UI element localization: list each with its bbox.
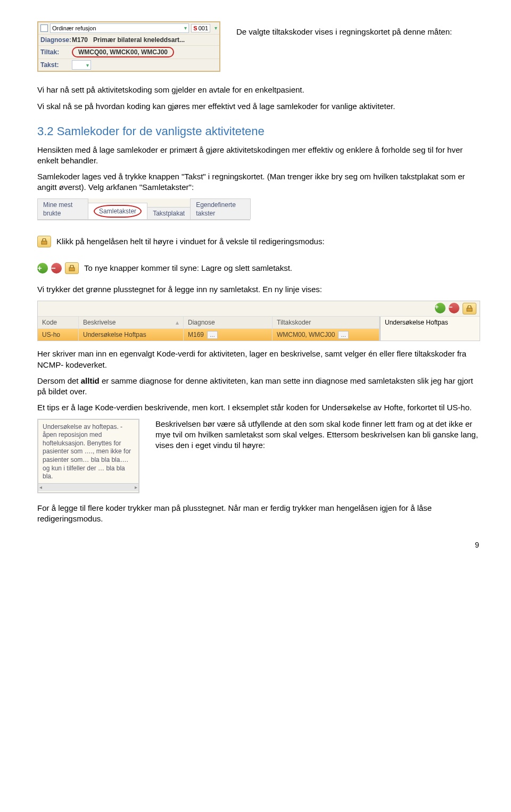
svg-rect-0 — [42, 241, 47, 244]
paragraph: Her skriver man inn en egenvalgt Kode-ve… — [37, 349, 479, 370]
paragraph: Dersom det alltid er samme diagnose for … — [37, 376, 479, 397]
table-header: Kode Beskrivelse ▴ Diagnose Tiltakskoder — [38, 317, 380, 329]
lock-icon[interactable] — [37, 236, 51, 247]
samletakst-table: + − Kode Beskrivelse ▴ Diagnose Tiltaksk… — [37, 301, 480, 342]
cell-kode: US-ho — [38, 329, 79, 341]
s-icon: S — [193, 24, 197, 32]
chevron-down-icon: ▾ — [86, 62, 89, 69]
takst-label: Takst: — [40, 61, 70, 69]
ellipsis-button[interactable]: … — [207, 331, 218, 339]
cell-beskrivelse: Undersøkelse Hoftpas — [79, 329, 184, 341]
tab-takstplakat[interactable]: Takstplakat — [147, 207, 191, 219]
delete-icon[interactable]: − — [449, 303, 459, 313]
scrollbar[interactable]: ◂▸ — [38, 483, 138, 491]
section-heading: 3.2 Samlekoder for de vanligste aktivite… — [37, 123, 479, 139]
refusjon-dropdown[interactable]: Ordinær refusjon ▾ — [50, 23, 189, 33]
tab-samletakster-highlight: Samletakster — [94, 205, 142, 218]
paragraph: Vi skal nå se på hvordan koding kan gjør… — [37, 101, 479, 112]
code-number: 001 — [199, 24, 208, 32]
takst-tabbar: Mine mest brukte Samletakster Takstplaka… — [37, 198, 250, 220]
add-icon[interactable]: + — [435, 303, 446, 313]
col-beskrivelse: Beskrivelse ▴ — [79, 317, 184, 328]
paragraph: Samlekoder lages ved å trykke knappen "T… — [37, 171, 479, 193]
delete-icon[interactable]: − — [51, 263, 62, 274]
tab-egendefinerte[interactable]: Egendefinerte takster — [190, 198, 251, 219]
diagnose-label: Diagnose: — [40, 36, 70, 44]
description-tooltip-box: Undersøkelse av hoftepas. - åpen reposis… — [37, 419, 139, 493]
side-panel-label: Undersøkelse Hoftpas — [380, 317, 480, 341]
lock-icon[interactable] — [65, 262, 79, 274]
chevron-down-icon[interactable]: ▾ — [215, 24, 217, 32]
tab-samletakster[interactable]: Samletakster — [88, 203, 147, 219]
tiltak-value-highlight: WMCQ00, WMCK00, WMCJ00 — [72, 47, 174, 57]
svg-rect-2 — [467, 308, 472, 311]
diagnose-text: Primær bilateral kneleddsart... — [93, 36, 185, 44]
paragraph: Beskrivelsen bør være så utfyllende at d… — [155, 419, 479, 451]
chevron-down-icon: ▾ — [184, 24, 187, 32]
cell-tiltakskoder: WMCM00, WMCJ00… — [273, 329, 380, 341]
takst-dropdown[interactable]: ▾ — [72, 60, 91, 70]
regningskort-panel: Ordinær refusjon ▾ S 001 ▾ Diagnose: M17… — [37, 21, 220, 72]
paragraph: Vi trykker det grønne plusstegnet for å … — [37, 284, 479, 295]
code-badge: S 001 — [191, 24, 210, 33]
col-kode: Kode — [38, 317, 79, 328]
refusjon-value: Ordinær refusjon — [52, 24, 96, 32]
svg-rect-1 — [69, 268, 75, 271]
cell-diagnose: M169… — [184, 329, 273, 341]
paragraph: De valgte tiltakskoder vises i regningsk… — [236, 27, 479, 37]
paragraph: To nye knapper kommer til syne: Lagre og… — [84, 263, 479, 274]
paragraph: For å legge til flere koder trykker man … — [37, 503, 479, 525]
ellipsis-button[interactable]: … — [338, 331, 349, 339]
paragraph: Klikk på hengelåsen helt til høyre i vin… — [56, 236, 479, 247]
description-text: Undersøkelse av hoftepas. - åpen reposis… — [43, 423, 131, 480]
lock-icon[interactable] — [463, 303, 476, 314]
paragraph: Vi har nå sett på aktivitetskoding som g… — [37, 85, 479, 95]
paragraph: Hensikten med å lage samlekoder er primæ… — [37, 145, 479, 167]
paragraph: Et tips er å lage Kode-verdien beskriven… — [37, 402, 479, 413]
col-tiltakskoder: Tiltakskoder — [273, 317, 380, 328]
col-diagnose: Diagnose — [184, 317, 273, 328]
page-number: 9 — [37, 540, 479, 550]
diagnose-code: M170 — [72, 36, 88, 44]
tab-mine-mest-brukte[interactable]: Mine mest brukte — [37, 198, 88, 219]
table-row[interactable]: US-ho Undersøkelse Hoftpas M169… WMCM00,… — [38, 329, 380, 341]
checkbox-icon[interactable] — [40, 24, 48, 32]
tiltak-label: Tiltak: — [40, 48, 70, 56]
add-icon[interactable]: + — [37, 263, 48, 274]
